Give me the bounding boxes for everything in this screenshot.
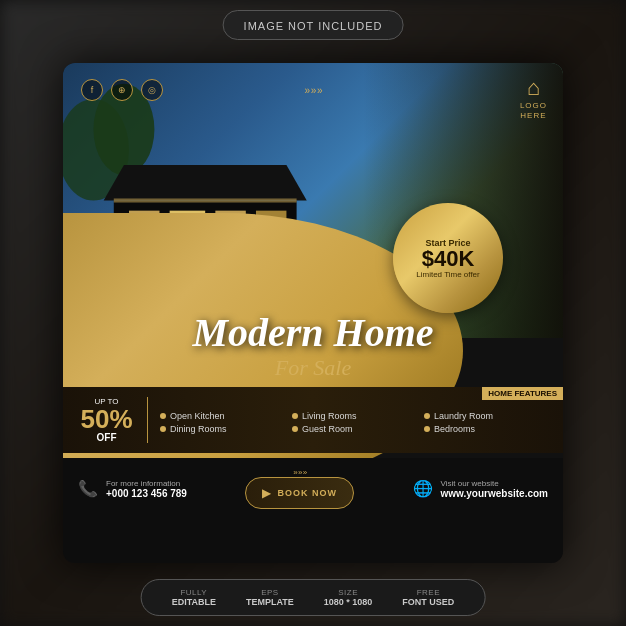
facebook-icon[interactable]: f xyxy=(81,79,103,101)
website-url: www.yourwebsite.com xyxy=(441,488,548,499)
template-item-eps: EPS TEMPLATE xyxy=(246,588,294,607)
features-list: HOME FEATURES Open Kitchen Living Rooms … xyxy=(160,407,548,434)
features-label: HOME FEATURES xyxy=(482,387,563,400)
logo-icon: ⌂ xyxy=(527,75,540,101)
template-bottom-2: TEMPLATE xyxy=(246,597,294,607)
price-offer: Limited Time offer xyxy=(416,270,479,279)
book-icon: ▶ xyxy=(262,486,271,500)
template-bottom-3: 1080 * 1080 xyxy=(324,597,373,607)
main-title: Modern Home xyxy=(83,313,543,353)
contact-row: 📞 For more information +000 123 456 789 … xyxy=(63,458,563,515)
contact-info-label: For more information xyxy=(106,479,187,488)
svg-rect-10 xyxy=(114,198,297,202)
arrows-deco-top: » » » xyxy=(293,468,306,477)
logo-text: LOGO HERE xyxy=(520,101,547,120)
web-icon[interactable]: ⊕ xyxy=(111,79,133,101)
website-label: Visit our website xyxy=(441,479,548,488)
social-icons: f ⊕ ◎ xyxy=(81,79,163,101)
book-btn-label: BOOK NOW xyxy=(277,488,337,498)
template-top-1: FULLY xyxy=(172,588,216,597)
title-area: Modern Home For Sale xyxy=(63,313,563,381)
top-badge-text: IMAGE NOT INCLUDED xyxy=(244,20,383,32)
feature-dot-3 xyxy=(424,413,430,419)
globe-icon: 🌐 xyxy=(413,479,433,498)
feature-item-3: Laundry Room xyxy=(424,411,548,421)
arrows-decoration: » » » xyxy=(304,85,321,96)
phone-number: +000 123 456 789 xyxy=(106,488,187,499)
template-top-4: FREE xyxy=(402,588,454,597)
feature-dot-6 xyxy=(424,426,430,432)
template-bottom-1: EDITABLE xyxy=(172,597,216,607)
feature-dot-1 xyxy=(160,413,166,419)
phone-contact: 📞 For more information +000 123 456 789 xyxy=(78,479,187,499)
book-now-button[interactable]: ▶ BOOK NOW xyxy=(245,477,354,509)
svg-marker-3 xyxy=(104,165,307,201)
sub-title: For Sale xyxy=(83,355,543,381)
features-section: UP TO 50% OFF HOME FEATURES Open Kitchen… xyxy=(63,387,563,453)
template-item-size: SIZE 1080 * 1080 xyxy=(324,588,373,607)
template-bottom-4: FONT USED xyxy=(402,597,454,607)
feature-item-2: Living Rooms xyxy=(292,411,416,421)
feature-item-6: Bedrooms xyxy=(424,424,548,434)
feature-dot-2 xyxy=(292,413,298,419)
phone-icon: 📞 xyxy=(78,479,98,498)
info-bar: 📞 For more information +000 123 456 789 … xyxy=(63,458,563,563)
main-card: f ⊕ ◎ » » » ⌂ LOGO HERE Start Price $40K… xyxy=(63,63,563,563)
feature-dot-5 xyxy=(292,426,298,432)
book-now-section: » » » ▶ BOOK NOW xyxy=(245,468,354,509)
outer-wrapper: IMAGE NOT INCLUDED xyxy=(0,0,626,626)
top-badge: IMAGE NOT INCLUDED xyxy=(223,10,404,40)
website-text: Visit our website www.yourwebsite.com xyxy=(441,479,548,499)
template-item-editable: FULLY EDITABLE xyxy=(172,588,216,607)
discount-percent: 50% xyxy=(78,406,135,432)
template-top-3: SIZE xyxy=(324,588,373,597)
feature-item-4: Dining Rooms xyxy=(160,424,284,434)
feature-item-1: Open Kitchen xyxy=(160,411,284,421)
features-grid: Open Kitchen Living Rooms Laundry Room D… xyxy=(160,407,548,434)
price-amount: $40K xyxy=(422,248,475,270)
discount-box: UP TO 50% OFF xyxy=(78,397,148,443)
website-contact: 🌐 Visit our website www.yourwebsite.com xyxy=(413,479,548,499)
template-item-font: FREE FONT USED xyxy=(402,588,454,607)
feature-dot-4 xyxy=(160,426,166,432)
feature-item-5: Guest Room xyxy=(292,424,416,434)
phone-text: For more information +000 123 456 789 xyxy=(106,479,187,499)
template-bar: FULLY EDITABLE EPS TEMPLATE SIZE 1080 * … xyxy=(141,579,486,616)
logo-area: ⌂ LOGO HERE xyxy=(520,75,547,120)
template-top-2: EPS xyxy=(246,588,294,597)
price-circle: Start Price $40K Limited Time offer xyxy=(393,203,503,313)
instagram-icon[interactable]: ◎ xyxy=(141,79,163,101)
